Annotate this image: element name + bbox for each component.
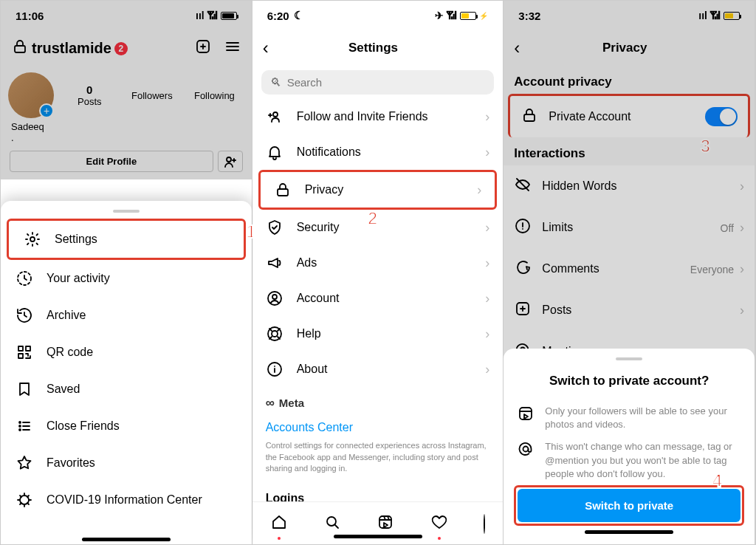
search-icon: 🔍︎ [270, 76, 281, 89]
list-icon [16, 417, 33, 435]
status-icons: ııl📶︎ [196, 10, 237, 21]
svg-point-17 [272, 331, 278, 337]
row-hidden-words[interactable]: Hidden Words› [504, 165, 755, 207]
tab-activity[interactable] [430, 513, 448, 535]
callout-2: 2 [368, 210, 377, 227]
row-limits[interactable]: LimitsOff› [504, 207, 755, 248]
section-account-privacy: Account privacy [504, 66, 755, 94]
gear-icon [24, 230, 41, 248]
home-indicator [334, 535, 422, 538]
row-notifications[interactable]: Notifications› [252, 134, 504, 170]
status-icons: ✈︎📶︎⚡ [435, 10, 488, 21]
tab-home[interactable] [270, 513, 288, 535]
dnd-icon: ☾ [294, 9, 303, 22]
row-follow-invite[interactable]: Follow and Invite Friends› [252, 99, 504, 134]
status-icons: ııl📶︎ [698, 10, 740, 21]
bell-icon [266, 143, 284, 161]
menu-covid[interactable]: COVID-19 Information Center [1, 481, 252, 518]
profile-menu-sheet: Settings 1 Your activity Archive QR code… [1, 201, 252, 545]
status-bar: 11:06 ııl📶︎ [1, 1, 252, 30]
add-story-icon[interactable]: + [39, 103, 54, 118]
accounts-center-link[interactable]: Accounts Center [266, 415, 490, 440]
row-security[interactable]: Security› [252, 210, 504, 245]
status-bar: 3:32 ııl📶︎ [504, 1, 755, 30]
menu-qr-code[interactable]: QR code [1, 334, 252, 371]
meta-description: Control settings for connected experienc… [266, 440, 490, 474]
svg-rect-13 [278, 189, 288, 196]
comment-icon [514, 258, 532, 279]
menu-your-activity[interactable]: Your activity [1, 260, 252, 297]
bookmark-icon [16, 380, 33, 398]
page-title: Settings [348, 41, 398, 55]
stat-posts[interactable]: 0Posts [60, 83, 120, 107]
create-icon[interactable] [194, 38, 212, 59]
activity-icon [16, 270, 33, 287]
lock-icon [274, 181, 292, 199]
menu-settings[interactable]: Settings [7, 219, 246, 260]
shield-icon [266, 219, 284, 236]
home-indicator [585, 530, 673, 534]
row-account[interactable]: Account› [252, 281, 504, 316]
search-input[interactable]: 🔍︎Search [261, 70, 495, 95]
info-mentions: This won't change who can message, tag o… [514, 436, 744, 485]
display-name: Sadeeq [1, 121, 252, 132]
row-help[interactable]: Help› [252, 316, 504, 352]
stat-following[interactable]: Following [185, 90, 244, 101]
status-bar: 6:20☾ ✈︎📶︎⚡ [252, 1, 504, 30]
edit-profile-button[interactable]: Edit Profile [10, 151, 213, 172]
person-icon [266, 289, 284, 307]
page-title: Privacy [602, 41, 647, 55]
home-indicator [82, 538, 171, 541]
section-interactions: Interactions [504, 137, 755, 165]
tab-reels[interactable] [377, 513, 394, 535]
reels-icon [517, 405, 536, 431]
menu-favorites[interactable]: Favorites [1, 445, 252, 481]
menu-archive[interactable]: Archive [1, 297, 252, 334]
svg-point-10 [19, 429, 21, 431]
menu-close-friends[interactable]: Close Friends [1, 408, 252, 445]
covid-icon [16, 491, 33, 509]
svg-rect-0 [15, 46, 25, 52]
avatar[interactable]: + [8, 72, 54, 118]
back-icon[interactable]: ‹ [263, 38, 269, 58]
add-person-icon [266, 108, 284, 126]
stat-followers[interactable]: Followers [123, 90, 182, 101]
hamburger-icon[interactable] [224, 38, 241, 59]
row-private-account[interactable]: Private Account [508, 94, 750, 137]
callout-4: 4 [712, 472, 722, 490]
svg-rect-5 [18, 346, 23, 351]
posts-icon [514, 300, 532, 321]
archive-icon [16, 306, 33, 324]
qr-icon [16, 343, 33, 361]
row-about[interactable]: About› [252, 352, 504, 387]
settings-header: ‹ Settings [252, 30, 504, 66]
status-time: 3:32 [518, 10, 540, 22]
sheet-grabber[interactable] [616, 357, 642, 360]
tab-profile[interactable] [484, 515, 485, 534]
switch-to-private-button[interactable]: Switch to private [518, 489, 740, 522]
svg-point-19 [327, 517, 336, 526]
svg-rect-21 [524, 114, 535, 121]
meta-logo-icon: ∞ [266, 394, 275, 412]
notifications-badge: 2 [114, 42, 128, 55]
back-icon[interactable]: ‹ [514, 38, 520, 58]
info-icon [266, 360, 284, 378]
confirm-sheet: Switch to private account? Only your fol… [504, 349, 755, 545]
private-toggle[interactable] [705, 107, 738, 126]
svg-rect-7 [18, 354, 23, 358]
svg-point-27 [523, 447, 529, 452]
row-posts[interactable]: Posts› [504, 289, 755, 331]
tab-search[interactable] [323, 513, 341, 535]
discover-people-button[interactable] [218, 151, 243, 172]
sheet-grabber[interactable] [113, 210, 140, 213]
row-privacy[interactable]: Privacy› [258, 170, 498, 210]
star-icon [16, 454, 33, 472]
sheet-title: Switch to private account? [514, 366, 744, 400]
hidden-icon [514, 176, 532, 196]
row-ads[interactable]: Ads› [252, 245, 504, 281]
menu-saved[interactable]: Saved [1, 371, 252, 408]
svg-point-12 [273, 112, 278, 117]
username[interactable]: trustlamide [32, 40, 111, 57]
meta-block: ∞Meta Accounts Center Control settings f… [252, 387, 504, 481]
row-comments[interactable]: CommentsEveryone› [504, 248, 755, 289]
